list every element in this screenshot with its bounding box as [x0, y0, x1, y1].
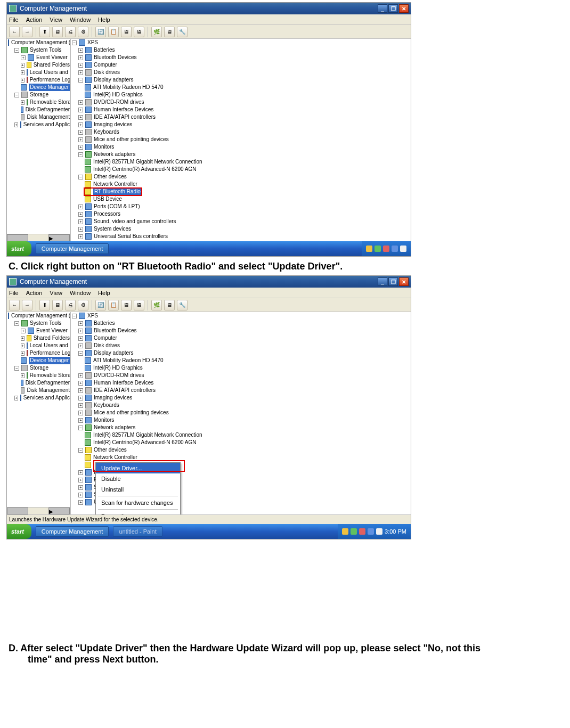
- taskbar: start Computer Management: [7, 241, 411, 256]
- toolbar: ← → ⬆ 🖥 🖨 ⚙ 🔄 📋 🖥 🖥 🌿 🖥 🔧: [7, 25, 411, 39]
- fwd-button[interactable]: →: [22, 27, 32, 37]
- up-button[interactable]: ⬆: [39, 27, 50, 37]
- back-button[interactable]: ←: [9, 300, 20, 310]
- minimize-button[interactable]: _: [378, 4, 387, 13]
- taskbar: start Computer Management untitled - Pai…: [7, 524, 411, 539]
- tray-icon[interactable]: [400, 246, 406, 252]
- tray-icon[interactable]: [359, 528, 365, 535]
- tb-icon[interactable]: 🌿: [151, 27, 162, 37]
- back-button[interactable]: ←: [9, 27, 20, 37]
- sidebar-device-manager: Device Manager: [29, 84, 70, 91]
- menu-bar: File Action View Window Help: [7, 14, 411, 25]
- step-c-text: C. Click right button on "RT Bluetooth R…: [9, 261, 566, 272]
- tb-icon[interactable]: 🖥: [134, 27, 144, 37]
- menu-help[interactable]: Help: [98, 17, 110, 23]
- tb-icon[interactable]: 🖨: [65, 300, 76, 310]
- tray-icon[interactable]: [342, 528, 348, 535]
- menu-action[interactable]: Action: [26, 17, 43, 23]
- menu-view[interactable]: View: [50, 290, 62, 296]
- tray-clock: 3:00 PM: [385, 528, 406, 535]
- menu-action[interactable]: Action: [26, 290, 43, 296]
- tb-icon[interactable]: 🖥: [164, 27, 175, 37]
- fwd-button[interactable]: →: [22, 300, 32, 310]
- system-tray: [362, 241, 411, 256]
- sidebar-device-manager: Device Manager: [29, 357, 70, 364]
- tb-icon[interactable]: 🖥: [121, 300, 132, 310]
- tb-icon[interactable]: 🖥: [52, 300, 63, 310]
- tray-icon[interactable]: [374, 246, 381, 252]
- menu-view[interactable]: View: [50, 17, 62, 23]
- window-title: Computer Management: [20, 5, 378, 12]
- window-titlebar: Computer Management _ ❐ ✕: [7, 3, 411, 14]
- tray-icon[interactable]: [368, 528, 374, 535]
- ctx-uninstall[interactable]: Uninstall: [96, 484, 180, 495]
- menu-bar: File Action View Window Help: [7, 288, 411, 298]
- taskbar-item[interactable]: Computer Management: [36, 526, 109, 537]
- taskbar-item[interactable]: Computer Management: [36, 243, 109, 254]
- tb-icon[interactable]: ⚙: [78, 27, 88, 37]
- tb-icon[interactable]: 🖥: [164, 300, 175, 310]
- menu-file[interactable]: File: [9, 290, 19, 296]
- rt-bluetooth-radio-item: RT Bluetooth Radio: [93, 188, 142, 195]
- tray-icon[interactable]: [383, 246, 389, 252]
- menu-file[interactable]: File: [9, 17, 19, 23]
- window-controls: _ ❐ ✕: [378, 277, 409, 286]
- toolbar: ← → ⬆ 🖥 🖨 ⚙ 🔄 📋 🖥 🖥 🌿 🖥 🔧: [7, 298, 411, 312]
- minimize-button[interactable]: _: [378, 277, 387, 286]
- system-tray: 3:00 PM: [338, 524, 411, 539]
- menu-window[interactable]: Window: [70, 17, 91, 23]
- app-icon: [9, 5, 17, 12]
- tb-icon[interactable]: 🖨: [65, 27, 76, 37]
- tb-icon[interactable]: 🌿: [151, 300, 162, 310]
- tb-icon[interactable]: 🔄: [95, 27, 106, 37]
- tray-icon[interactable]: [392, 246, 398, 252]
- window-titlebar: Computer Management _ ❐ ✕: [7, 276, 411, 288]
- step-d-text: D. After select "Update Driver" then the…: [9, 643, 566, 665]
- start-button[interactable]: start: [7, 524, 31, 539]
- window-controls: _ ❐ ✕: [378, 4, 409, 13]
- device-tree[interactable]: −XPS +Batteries +Bluetooth Devices +Comp…: [71, 312, 411, 514]
- tb-icon[interactable]: 🖥: [52, 27, 63, 37]
- sidebar-tree[interactable]: Computer Management (Local) −System Tool…: [7, 39, 71, 241]
- tb-icon[interactable]: 🔧: [177, 300, 188, 310]
- tb-icon[interactable]: 📋: [108, 300, 119, 310]
- window-title: Computer Management: [20, 278, 378, 285]
- tray-icon[interactable]: [351, 528, 357, 535]
- tb-icon[interactable]: ⚙: [78, 300, 88, 310]
- taskbar-item[interactable]: untitled - Paint: [113, 526, 162, 537]
- tb-icon[interactable]: 📋: [108, 27, 119, 37]
- tray-icon[interactable]: [376, 528, 382, 535]
- device-tree[interactable]: −XPS +Batteries +Bluetooth Devices +Comp…: [71, 39, 411, 241]
- tray-icon[interactable]: [366, 246, 372, 252]
- context-menu: Update Driver... Disable Uninstall Scan …: [95, 462, 181, 514]
- app-icon: [9, 278, 17, 285]
- screenshot-1: Computer Management _ ❐ ✕ File Action Vi…: [6, 2, 411, 257]
- tb-icon[interactable]: 🖥: [134, 300, 144, 310]
- tb-icon[interactable]: ⬆: [39, 300, 50, 310]
- menu-help[interactable]: Help: [98, 290, 110, 296]
- tb-icon[interactable]: 🔧: [177, 27, 188, 37]
- close-button[interactable]: ✕: [399, 277, 409, 286]
- ctx-scan[interactable]: Scan for hardware changes: [96, 497, 180, 508]
- tb-icon[interactable]: 🔄: [95, 300, 106, 310]
- maximize-button[interactable]: ❐: [388, 277, 398, 286]
- ctx-update-driver[interactable]: Update Driver...: [96, 463, 180, 473]
- start-button[interactable]: start: [7, 241, 31, 256]
- screenshot-2: Computer Management _ ❐ ✕ File Action Vi…: [6, 275, 411, 539]
- ctx-properties[interactable]: Properties: [96, 511, 180, 514]
- menu-window[interactable]: Window: [70, 290, 91, 296]
- status-bar: Launches the Hardware Update Wizard for …: [7, 514, 411, 524]
- ctx-disable[interactable]: Disable: [96, 473, 180, 484]
- maximize-button[interactable]: ❐: [388, 4, 398, 13]
- close-button[interactable]: ✕: [399, 4, 409, 13]
- tb-icon[interactable]: 🖥: [121, 27, 132, 37]
- sidebar-tree[interactable]: Computer Management (Local) −System Tool…: [7, 312, 71, 514]
